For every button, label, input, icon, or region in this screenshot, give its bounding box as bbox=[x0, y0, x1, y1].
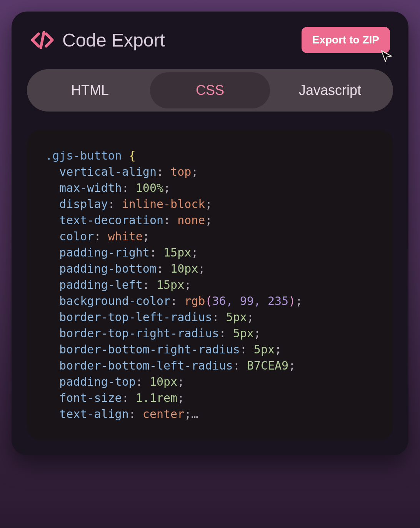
code-property: padding-bottom bbox=[59, 262, 157, 275]
code-property: padding-right bbox=[59, 246, 150, 259]
code-colon: : bbox=[143, 278, 150, 291]
code-colon: : bbox=[212, 310, 219, 324]
code-semicolon: ; bbox=[288, 359, 295, 372]
code-value: 1.1rem bbox=[136, 391, 177, 405]
code-value: white bbox=[108, 230, 143, 243]
code-semicolon: ; bbox=[205, 213, 212, 227]
code-property: border-bottom-left-radius bbox=[59, 359, 233, 372]
code-semicolon: ; bbox=[295, 294, 302, 308]
code-export-panel: Code Export Export to ZIP HTML CSS Javas… bbox=[12, 12, 408, 455]
code-value-args: 36, 99, 235 bbox=[212, 294, 288, 308]
code-property: font-size bbox=[59, 391, 122, 405]
tab-css[interactable]: CSS bbox=[150, 72, 270, 108]
code-paren: ) bbox=[288, 294, 295, 308]
code-semicolon: ; bbox=[143, 230, 150, 243]
export-button-label: Export to ZIP bbox=[312, 34, 379, 46]
code-colon: : bbox=[94, 230, 101, 243]
code-selector: .gjs-button bbox=[45, 149, 122, 162]
code-property: color bbox=[59, 230, 94, 243]
code-colon: : bbox=[122, 181, 129, 195]
code-brace-open: { bbox=[129, 149, 136, 162]
code-viewer[interactable]: .gjs-button { vertical-align: top; max-w… bbox=[27, 130, 393, 440]
code-semicolon: ; bbox=[191, 246, 198, 259]
code-value-fn: rgb bbox=[184, 294, 205, 308]
code-semicolon: ; bbox=[177, 375, 184, 388]
code-property: text-decoration bbox=[59, 213, 163, 227]
code-property: display bbox=[59, 197, 108, 211]
code-colon: : bbox=[163, 213, 170, 227]
code-value: 5px bbox=[226, 310, 247, 324]
code-value: 5px bbox=[254, 343, 275, 356]
code-value: 10px bbox=[170, 262, 198, 275]
code-semicolon: ; bbox=[177, 391, 184, 405]
language-tabs: HTML CSS Javascript bbox=[27, 69, 393, 112]
export-zip-button[interactable]: Export to ZIP bbox=[302, 27, 390, 53]
code-property: border-bottom-right-radius bbox=[59, 343, 240, 356]
tab-javascript[interactable]: Javascript bbox=[270, 72, 390, 108]
code-value: top bbox=[170, 165, 191, 178]
cursor-icon bbox=[380, 49, 394, 63]
code-colon: : bbox=[122, 391, 129, 405]
code-value: 15px bbox=[157, 278, 184, 291]
code-colon: : bbox=[129, 407, 136, 421]
code-value: 15px bbox=[163, 246, 191, 259]
code-semicolon: ; bbox=[247, 310, 254, 324]
code-colon: : bbox=[108, 197, 115, 211]
code-value: B7CEA9 bbox=[247, 359, 288, 372]
code-property: background-color bbox=[59, 294, 170, 308]
code-semicolon: ; bbox=[163, 181, 170, 195]
code-property: max-width bbox=[59, 181, 122, 195]
code-colon: : bbox=[157, 262, 163, 275]
code-property: border-top-left-radius bbox=[59, 310, 212, 324]
code-colon: : bbox=[233, 359, 240, 372]
code-property: vertical-align bbox=[59, 165, 157, 178]
code-colon: : bbox=[136, 375, 143, 388]
code-semicolon: ; bbox=[275, 343, 282, 356]
panel-title: Code Export bbox=[62, 30, 165, 51]
code-property: padding-top bbox=[59, 375, 136, 388]
code-property: padding-left bbox=[59, 278, 143, 291]
code-semicolon: ; bbox=[254, 326, 261, 340]
code-colon: : bbox=[157, 165, 163, 178]
tab-html[interactable]: HTML bbox=[30, 72, 150, 108]
code-value: 100% bbox=[136, 181, 163, 195]
code-semicolon: ; bbox=[205, 197, 212, 211]
code-property: border-top-right-radius bbox=[59, 326, 219, 340]
code-colon: : bbox=[150, 246, 157, 259]
code-value: 5px bbox=[233, 326, 254, 340]
code-paren: ( bbox=[205, 294, 212, 308]
code-colon: : bbox=[240, 343, 247, 356]
code-value: center bbox=[143, 407, 184, 421]
code-semicolon: ; bbox=[184, 278, 191, 291]
code-icon bbox=[30, 31, 55, 49]
code-ellipsis: … bbox=[191, 407, 198, 421]
panel-header: Code Export Export to ZIP bbox=[27, 27, 393, 53]
title-group: Code Export bbox=[30, 30, 165, 51]
code-semicolon: ; bbox=[198, 262, 205, 275]
code-semicolon: ; bbox=[184, 407, 191, 421]
code-semicolon: ; bbox=[191, 165, 198, 178]
code-value: none bbox=[177, 213, 205, 227]
code-value: inline-block bbox=[122, 197, 205, 211]
code-colon: : bbox=[170, 294, 177, 308]
code-colon: : bbox=[219, 326, 226, 340]
code-value: 10px bbox=[150, 375, 177, 388]
code-property: text-align bbox=[59, 407, 129, 421]
